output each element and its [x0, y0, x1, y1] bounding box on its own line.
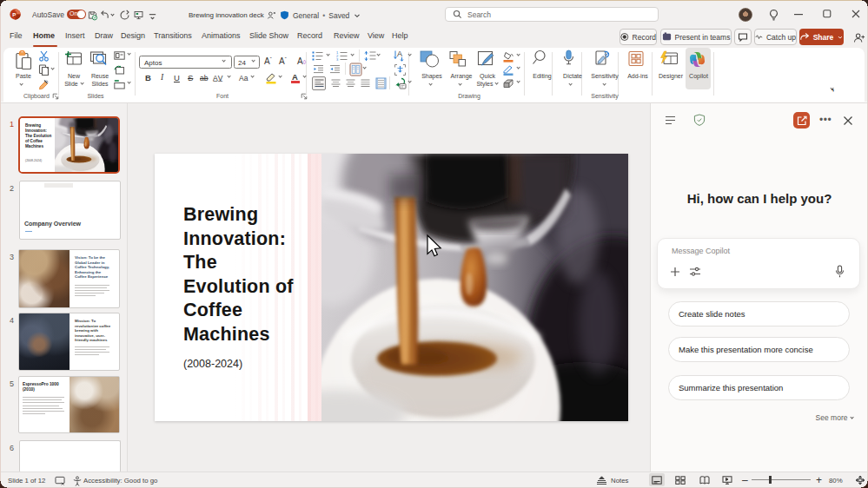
svg-text:P: P [12, 11, 16, 17]
svg-text:A: A [397, 49, 402, 58]
svg-text:3: 3 [336, 57, 339, 61]
